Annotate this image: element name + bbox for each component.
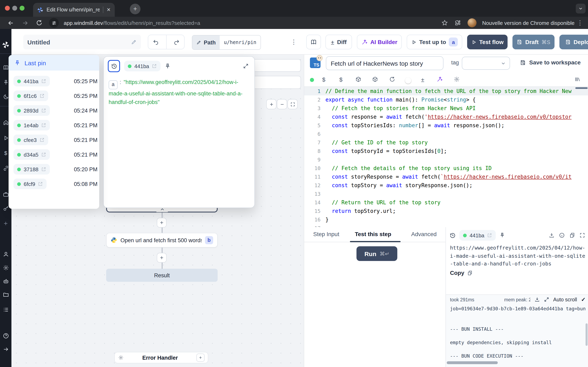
library-icon[interactable] <box>575 76 581 82</box>
pinned-json-viewer[interactable]: a:"https://www.geoffreylitt.com/2025/04/… <box>104 72 254 113</box>
error-handler-node[interactable]: Error Handler <box>114 352 208 363</box>
editor-settings-gear-icon[interactable] <box>454 76 460 82</box>
code-line[interactable]: 12 const topStory = await storyResponse.… <box>304 181 588 190</box>
code-line[interactable]: 1// Define the main function to fetch th… <box>304 87 588 95</box>
python-step-node[interactable]: Open url and fetch first 500 words of ..… <box>106 233 218 248</box>
job-pill[interactable]: 1e4ab <box>13 120 50 131</box>
plus-minus-icon[interactable]: ± <box>421 76 424 83</box>
external-link-icon[interactable] <box>41 123 46 128</box>
ai-builder-button[interactable]: AI Builder <box>357 35 402 49</box>
code-line[interactable]: 9 <box>304 155 588 164</box>
chrome-update-notice[interactable]: Nouvelle version de Chrome disponible <box>482 20 575 26</box>
check-icon[interactable]: ✓ <box>581 296 586 303</box>
test-up-to-button[interactable]: Test up to a <box>407 35 462 49</box>
sidebar-item-folders[interactable] <box>0 292 11 298</box>
code-line[interactable]: 13 <box>304 190 588 198</box>
browser-menu-kebab-icon[interactable]: ⋮ <box>577 19 583 26</box>
job-pill[interactable]: 6f1c6 <box>13 91 48 101</box>
job-pill[interactable]: 441ba <box>459 230 496 241</box>
package-icon[interactable] <box>355 76 361 82</box>
reload-icon[interactable] <box>389 76 395 82</box>
deploy-button[interactable]: Deploy <box>559 35 588 49</box>
code-line[interactable]: 6 <box>304 130 588 138</box>
result-url-text[interactable]: https://www.geoffreylitt.com/2025/04/12/… <box>450 244 588 268</box>
pushpin-icon[interactable] <box>164 63 171 69</box>
history-icon[interactable] <box>450 232 456 238</box>
history-button[interactable] <box>108 60 120 72</box>
extensions-button[interactable] <box>454 20 461 26</box>
toolbar-more-kebab-icon[interactable]: ⋮ <box>291 38 297 46</box>
external-link-icon[interactable] <box>152 64 157 68</box>
ai-assistant-wand-icon[interactable] <box>437 76 443 82</box>
info-icon[interactable] <box>559 233 565 238</box>
flow-path-chip[interactable]: Path u/henri/pin <box>192 35 261 50</box>
sidebar-item-worker-groups[interactable] <box>0 278 11 284</box>
job-pill[interactable]: 441ba <box>13 76 50 86</box>
external-link-icon[interactable] <box>38 182 43 186</box>
zoom-in-button[interactable] <box>266 99 277 109</box>
job-pill[interactable]: cfee3 <box>13 134 48 145</box>
tab-test-this-step[interactable]: Test this step <box>355 231 391 237</box>
fullscreen-icon[interactable] <box>579 233 585 238</box>
job-logs-panel[interactable]: took 291ms mem peak: 2 Auto scroll ✓ job… <box>446 294 588 367</box>
tag-select[interactable] <box>462 57 510 70</box>
site-settings-button[interactable] <box>49 18 59 28</box>
new-tab-button[interactable]: + <box>130 4 140 14</box>
window-zoom-light[interactable] <box>20 6 25 11</box>
insert-step-button[interactable] <box>157 253 167 263</box>
insert-step-button[interactable] <box>157 218 167 227</box>
job-pill[interactable]: 2893d <box>13 105 50 116</box>
code-line[interactable]: 2export async function main(): Promise<s… <box>304 95 588 104</box>
copy-result-button[interactable]: Copy <box>450 269 472 276</box>
auto-scroll-label[interactable]: Auto scroll <box>553 297 577 302</box>
window-close-light[interactable] <box>5 6 10 11</box>
window-minimize-light[interactable] <box>12 6 17 11</box>
job-pill[interactable]: 6fcf9 <box>13 179 47 189</box>
redo-button[interactable] <box>169 35 184 49</box>
code-line[interactable]: 3 // Fetch the top stories from Hacker N… <box>304 104 588 113</box>
code-line[interactable]: 16} <box>304 215 588 224</box>
run-button[interactable]: Run ⌘↵ <box>356 246 397 261</box>
external-link-icon[interactable] <box>41 152 46 157</box>
tab-advanced[interactable]: Advanced <box>411 231 437 237</box>
step-summary-input[interactable]: Fetch url of HackerNews top story <box>326 56 443 70</box>
code-line[interactable]: 7 // Get the ID of the top story <box>304 138 588 147</box>
resources-dollar-icon[interactable]: $ <box>339 76 343 83</box>
draft-button[interactable]: Draft ⌘S <box>512 35 554 49</box>
fit-view-button[interactable] <box>287 99 298 109</box>
code-line[interactable]: 8 const topStoryId = topStoriesIds[0]; <box>304 147 588 155</box>
undo-button[interactable] <box>148 35 163 49</box>
external-link-icon[interactable] <box>41 108 46 113</box>
result-node[interactable]: Result <box>106 269 218 282</box>
code-line[interactable]: 15 return topStory.url; <box>304 207 588 215</box>
external-link-icon[interactable] <box>41 167 46 172</box>
download-icon[interactable] <box>534 297 540 302</box>
zoom-out-button[interactable] <box>277 99 287 109</box>
address-bar[interactable]: app.windmill.dev/flows/edit/u/henri/pin_… <box>64 20 438 26</box>
job-pill[interactable]: 441ba <box>124 61 160 71</box>
sidebar-collapse-button[interactable] <box>0 346 11 352</box>
reload-button[interactable] <box>36 20 43 26</box>
save-to-workspace-button[interactable]: Save to workspace <box>520 59 581 66</box>
code-line[interactable]: 17 <box>304 224 588 227</box>
editor-scroll-indicator[interactable] <box>575 87 588 89</box>
logs-horizontal-scrollbar[interactable] <box>447 361 498 364</box>
back-button[interactable] <box>7 19 14 26</box>
sidebar-item-settings[interactable] <box>0 265 11 271</box>
sidebar-item-help[interactable] <box>0 333 11 339</box>
forward-button[interactable] <box>22 19 29 26</box>
windmill-logo-icon[interactable] <box>0 41 11 49</box>
job-pill[interactable]: d34a5 <box>13 149 50 160</box>
sidebar-item-apps-list[interactable] <box>0 307 11 313</box>
job-pill[interactable]: 37188 <box>13 164 50 175</box>
code-line[interactable]: 14 // Return the URL of the top story <box>304 198 588 207</box>
bookmark-button[interactable] <box>441 20 448 26</box>
tab-close-icon[interactable]: ✕ <box>107 7 111 13</box>
logs-vertical-scrollbar[interactable] <box>586 323 588 346</box>
code-line[interactable]: 10 // Fetch the details of the top story… <box>304 164 588 173</box>
code-editor[interactable]: 1// Define the main function to fetch th… <box>304 87 588 227</box>
tab-step-input[interactable]: Step Input <box>313 231 339 237</box>
code-line[interactable]: 4 const response = await fetch('https://… <box>304 113 588 121</box>
expand-icon[interactable] <box>243 63 249 69</box>
add-error-handler-button[interactable] <box>196 354 205 362</box>
